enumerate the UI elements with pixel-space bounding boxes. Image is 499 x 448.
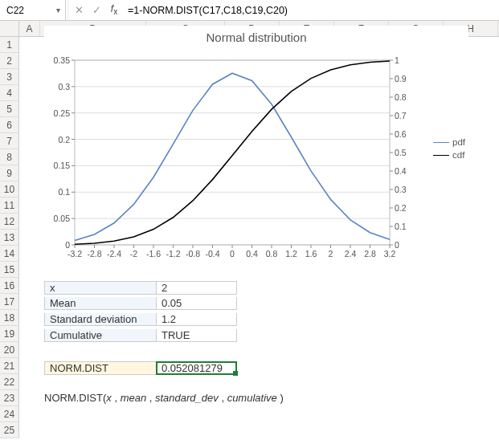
syntax-sep: , bbox=[112, 392, 121, 404]
syntax-fn: NORM.DIST( bbox=[44, 392, 106, 404]
x-tick: 1.2 bbox=[283, 249, 301, 259]
x-tick: -0.4 bbox=[204, 249, 222, 259]
param-sd-value[interactable]: 1.2 bbox=[157, 313, 237, 326]
y-left-tick: 0.2 bbox=[47, 135, 70, 145]
row-header-11[interactable]: 11 bbox=[0, 198, 19, 214]
fill-handle[interactable] bbox=[233, 371, 238, 376]
legend-pdf: pdf bbox=[433, 137, 465, 147]
y-right-tick: 0.9 bbox=[395, 74, 414, 83]
row-header-22[interactable]: 22 bbox=[0, 374, 19, 390]
formula-input[interactable] bbox=[123, 5, 499, 16]
accept-formula-icon[interactable]: ✓ bbox=[88, 0, 105, 20]
chart-legend: pdf cdf bbox=[433, 134, 465, 163]
table-row[interactable]: Cumulative TRUE bbox=[44, 328, 237, 344]
row-header-12[interactable]: 12 bbox=[0, 214, 19, 230]
y-left-tick: 0.15 bbox=[47, 161, 70, 170]
table-row[interactable]: Standard deviation 1.2 bbox=[44, 312, 237, 328]
cell-area[interactable]: Normal distribution 00.050.10.150.20.250… bbox=[19, 21, 499, 438]
x-tick: -1.2 bbox=[165, 249, 182, 259]
row-header-1[interactable]: 1 bbox=[0, 37, 19, 53]
cancel-formula-icon[interactable]: ✕ bbox=[70, 0, 88, 20]
syntax-sep: , bbox=[219, 392, 227, 404]
row-header-4[interactable]: 4 bbox=[0, 85, 19, 101]
row-header-2[interactable]: 2 bbox=[0, 53, 19, 69]
legend-cdf: cdf bbox=[433, 150, 465, 160]
series-cdf bbox=[75, 61, 390, 244]
syntax-arg: cumulative bbox=[227, 392, 277, 404]
row-header-17[interactable]: 17 bbox=[0, 294, 19, 310]
row-header-6[interactable]: 6 bbox=[0, 117, 19, 133]
chart-title: Normal distribution bbox=[44, 31, 468, 44]
insert-function-button[interactable]: fx bbox=[105, 0, 123, 20]
formula-bar: ▾ ✕ ✓ fx bbox=[0, 0, 499, 21]
select-all-corner[interactable] bbox=[0, 21, 19, 36]
y-right-tick: 0.1 bbox=[395, 222, 414, 231]
syntax-close: ) bbox=[277, 392, 284, 404]
syntax-arg: mean bbox=[121, 392, 147, 404]
param-mean-label: Mean bbox=[44, 297, 157, 310]
y-right-tick: 0.8 bbox=[395, 92, 414, 102]
param-x-label: x bbox=[44, 281, 157, 295]
param-sd-label: Standard deviation bbox=[44, 313, 157, 326]
x-tick: 0.4 bbox=[243, 249, 261, 259]
y-right-tick: 1 bbox=[395, 55, 414, 65]
legend-pdf-label: pdf bbox=[452, 137, 465, 147]
selected-cell[interactable]: 0.052081279 bbox=[157, 361, 237, 375]
x-tick: 0 bbox=[223, 249, 241, 259]
y-right-tick: 0.4 bbox=[395, 166, 414, 176]
row-header-21[interactable]: 21 bbox=[0, 358, 19, 374]
row-header-5[interactable]: 5 bbox=[0, 101, 19, 117]
x-tick: -0.8 bbox=[184, 249, 202, 259]
result-row[interactable]: NORM.DIST 0.052081279 bbox=[44, 360, 237, 376]
series-pdf bbox=[75, 73, 390, 240]
table-row[interactable]: x 2 bbox=[44, 279, 237, 295]
y-right-tick: 0.7 bbox=[395, 111, 414, 120]
x-tick: 2 bbox=[322, 249, 340, 259]
y-left-tick: 0.3 bbox=[47, 82, 70, 92]
chart-normal-distribution[interactable]: Normal distribution 00.050.10.150.20.250… bbox=[44, 26, 468, 275]
row-header-13[interactable]: 13 bbox=[0, 230, 19, 246]
row-header-3[interactable]: 3 bbox=[0, 69, 19, 85]
legend-cdf-label: cdf bbox=[452, 150, 464, 160]
syntax-sep: , bbox=[146, 392, 155, 404]
y-left-tick: 0.05 bbox=[47, 214, 70, 223]
x-tick: -2 bbox=[125, 249, 143, 259]
param-cum-value[interactable]: TRUE bbox=[157, 329, 237, 342]
y-right-tick: 0.5 bbox=[395, 148, 414, 157]
y-right-tick: 0.2 bbox=[395, 203, 414, 213]
x-tick: -2.4 bbox=[105, 249, 123, 259]
row-header-18[interactable]: 18 bbox=[0, 310, 19, 326]
row-header-14[interactable]: 14 bbox=[0, 246, 19, 262]
row-header-15[interactable]: 15 bbox=[0, 262, 19, 278]
row-header-20[interactable]: 20 bbox=[0, 342, 19, 358]
param-cum-label: Cumulative bbox=[44, 329, 157, 342]
x-tick: 2.8 bbox=[362, 249, 379, 259]
name-box-dropdown-icon[interactable]: ▾ bbox=[56, 6, 60, 14]
y-left-tick: 0.25 bbox=[47, 108, 70, 118]
name-box[interactable]: ▾ bbox=[0, 0, 66, 20]
row-header-7[interactable]: 7 bbox=[0, 133, 19, 149]
row-header-24[interactable]: 24 bbox=[0, 406, 19, 422]
row-header-8[interactable]: 8 bbox=[0, 149, 19, 165]
row-header-23[interactable]: 23 bbox=[0, 390, 19, 406]
divider bbox=[67, 0, 68, 20]
syntax-arg: standard_dev bbox=[155, 392, 219, 404]
table-row[interactable]: Mean 0.05 bbox=[44, 295, 237, 312]
parameters-table: x 2 Mean 0.05 Standard deviation 1.2 Cum… bbox=[44, 279, 237, 376]
name-box-input[interactable] bbox=[5, 4, 40, 17]
worksheet: A B C D E F G H 123456789101112131415161… bbox=[0, 21, 499, 438]
x-tick: 3.2 bbox=[381, 249, 399, 259]
row-header-9[interactable]: 9 bbox=[0, 165, 19, 181]
row-header-10[interactable]: 10 bbox=[0, 181, 19, 198]
param-mean-value[interactable]: 0.05 bbox=[157, 297, 237, 310]
row-header-16[interactable]: 16 bbox=[0, 278, 19, 294]
row-header-25[interactable]: 25 bbox=[0, 422, 19, 438]
svg-rect-8 bbox=[75, 60, 390, 245]
x-tick: 2.4 bbox=[342, 249, 359, 259]
y-right-tick: 0.6 bbox=[395, 129, 414, 139]
row-header-19[interactable]: 19 bbox=[0, 326, 19, 342]
result-value: 0.052081279 bbox=[162, 362, 223, 374]
result-label: NORM.DIST bbox=[44, 361, 157, 375]
x-tick: 0.8 bbox=[263, 249, 280, 259]
param-x-value[interactable]: 2 bbox=[157, 281, 237, 295]
